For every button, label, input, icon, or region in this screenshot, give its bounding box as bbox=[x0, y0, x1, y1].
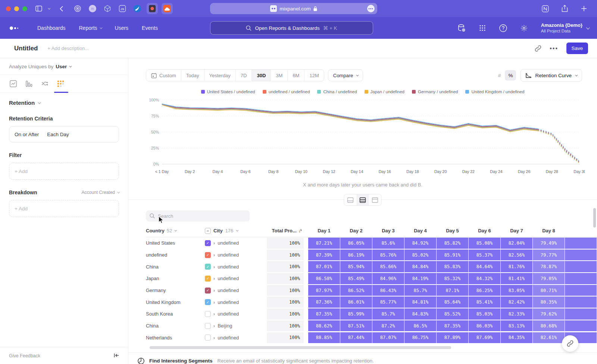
segments-footer-title[interactable]: Find Interesting Segments bbox=[149, 358, 213, 364]
more-options-icon[interactable]: ••• bbox=[550, 45, 558, 52]
sidebar-toggle-icon[interactable] bbox=[34, 4, 44, 13]
row-expander-icon[interactable]: › bbox=[213, 276, 215, 281]
table-search-input[interactable] bbox=[158, 213, 240, 219]
range-6m[interactable]: 6M bbox=[288, 70, 304, 81]
nav-item-dashboards[interactable]: Dashboards bbox=[37, 25, 66, 31]
legend-item[interactable]: undefined / undefined bbox=[263, 90, 310, 94]
unit-count-toggle[interactable]: # bbox=[494, 70, 505, 81]
nav-item-events[interactable]: Events bbox=[142, 25, 158, 31]
back-icon[interactable] bbox=[56, 4, 66, 13]
row-checkbox[interactable] bbox=[205, 335, 211, 341]
minimize-window-button[interactable] bbox=[14, 6, 19, 11]
range-3m[interactable]: 3M bbox=[271, 70, 288, 81]
column-header-city[interactable]: − City 176 bbox=[205, 228, 267, 234]
row-checkbox[interactable]: ✓ bbox=[205, 276, 211, 282]
add-description-button[interactable]: + Add description... bbox=[47, 46, 89, 51]
add-filter-button[interactable]: + Add bbox=[9, 163, 119, 180]
apps-grid-icon[interactable] bbox=[478, 23, 487, 33]
column-header-country[interactable]: Country 52 bbox=[146, 228, 205, 233]
row-expander-icon[interactable]: › bbox=[213, 252, 215, 258]
view-compact-icon[interactable] bbox=[344, 194, 357, 205]
copy-link-icon[interactable] bbox=[535, 45, 541, 52]
horizontal-scrollbar-thumb[interactable] bbox=[150, 346, 451, 349]
globe-icon[interactable] bbox=[132, 3, 143, 14]
day-column-header[interactable]: Day 3 bbox=[372, 228, 404, 233]
retention-criteria-card[interactable]: On or After Each Day bbox=[9, 126, 119, 142]
project-switcher[interactable]: Amazonia {Demo} All Project Data bbox=[540, 22, 589, 34]
target-icon[interactable] bbox=[72, 3, 83, 14]
legend-item[interactable]: United States / undefined bbox=[201, 90, 255, 94]
day-column-header[interactable]: Day 7 bbox=[501, 228, 532, 233]
tab-insights[interactable] bbox=[10, 75, 17, 92]
breakdown-scope-dropdown[interactable]: Account Created bbox=[82, 190, 119, 195]
table-search[interactable] bbox=[146, 210, 250, 222]
nav-item-reports[interactable]: Reports bbox=[79, 25, 101, 31]
js-icon[interactable]: JS bbox=[117, 3, 128, 14]
row-expander-icon[interactable]: › bbox=[213, 335, 215, 341]
global-search-button[interactable]: Open Reports & Dashboards ⌘ + K bbox=[210, 21, 373, 35]
unit-percent-toggle[interactable]: % bbox=[505, 70, 516, 81]
row-expander-icon[interactable]: › bbox=[213, 311, 215, 317]
tab-retention[interactable] bbox=[57, 75, 64, 92]
url-more-icon[interactable]: ••• bbox=[367, 5, 375, 12]
range-12m[interactable]: 12M bbox=[304, 70, 323, 81]
view-table-icon[interactable] bbox=[369, 194, 381, 205]
legend-item[interactable]: China / undefined bbox=[317, 90, 357, 94]
new-tab-icon[interactable] bbox=[579, 4, 589, 13]
range-today[interactable]: Today bbox=[181, 70, 204, 81]
row-checkbox[interactable]: ✓ bbox=[205, 264, 211, 270]
row-expander-icon[interactable]: › bbox=[213, 288, 215, 293]
criteria-condition[interactable]: On or After bbox=[15, 132, 39, 137]
row-checkbox[interactable] bbox=[205, 323, 211, 329]
analyze-value-dropdown[interactable]: User bbox=[56, 64, 67, 69]
row-expander-icon[interactable]: › bbox=[213, 240, 215, 246]
range-30d[interactable]: 30D bbox=[252, 70, 271, 81]
day-column-header[interactable]: Day 5 bbox=[437, 228, 468, 233]
share-icon[interactable] bbox=[560, 4, 569, 13]
share-link-fab[interactable] bbox=[562, 335, 578, 352]
row-checkbox[interactable]: ✓ bbox=[205, 240, 211, 246]
day-column-header[interactable]: Day 8 bbox=[533, 228, 565, 233]
soundcloud-icon[interactable] bbox=[162, 3, 173, 14]
day-column-header[interactable]: Day 6 bbox=[469, 228, 500, 233]
add-breakdown-button[interactable]: + Add bbox=[9, 200, 119, 217]
save-button[interactable]: Save bbox=[566, 43, 588, 54]
url-bar[interactable]: mixpanel.com ••• bbox=[210, 3, 377, 14]
tab-flows[interactable] bbox=[41, 75, 49, 92]
range-yesterday[interactable]: Yesterday bbox=[204, 70, 236, 81]
legend-item[interactable]: United Kingdom / undefined bbox=[465, 90, 524, 94]
retention-section-title[interactable]: Retention bbox=[9, 100, 35, 106]
chevron-down-icon[interactable] bbox=[46, 4, 51, 13]
view-split-icon[interactable] bbox=[357, 194, 369, 205]
give-feedback-link[interactable]: Give Feedback bbox=[9, 353, 40, 358]
criteria-value[interactable]: Each Day bbox=[47, 132, 69, 137]
day-column-header[interactable]: Day 1 bbox=[308, 228, 340, 233]
cube-icon[interactable] bbox=[102, 3, 113, 14]
legend-item[interactable]: Germany / undefined bbox=[412, 90, 458, 94]
settings-gear-icon[interactable] bbox=[519, 23, 529, 33]
report-title[interactable]: Untitled bbox=[14, 45, 38, 52]
day-column-header[interactable]: Day 2 bbox=[340, 228, 372, 233]
column-header-total[interactable]: Total Pro... ↓¹ bbox=[267, 228, 304, 233]
chart-type-dropdown[interactable]: Retention Curve bbox=[521, 69, 582, 82]
row-checkbox[interactable]: ✓ bbox=[205, 288, 211, 294]
tab-funnels[interactable] bbox=[25, 75, 32, 92]
help-icon[interactable] bbox=[498, 23, 508, 33]
reader-icon[interactable] bbox=[147, 3, 158, 14]
range-7d[interactable]: 7D bbox=[236, 70, 252, 81]
row-checkbox[interactable]: ✓ bbox=[205, 299, 211, 305]
legend-item[interactable]: Japan / undefined bbox=[365, 90, 404, 94]
data-management-icon[interactable] bbox=[457, 23, 466, 33]
close-window-button[interactable] bbox=[6, 6, 11, 11]
row-checkbox[interactable]: ✓ bbox=[205, 252, 211, 258]
range-custom[interactable]: Custom bbox=[146, 70, 181, 81]
day-column-header[interactable] bbox=[565, 228, 597, 233]
notion-extension-icon[interactable] bbox=[540, 4, 550, 13]
vertical-scrollbar-thumb[interactable] bbox=[593, 208, 596, 228]
mixpanel-logo[interactable] bbox=[10, 26, 22, 30]
row-expander-icon[interactable]: › bbox=[213, 299, 215, 305]
row-expander-icon[interactable]: › bbox=[213, 323, 215, 329]
select-all-checkbox[interactable]: − bbox=[205, 228, 211, 234]
nav-item-users[interactable]: Users bbox=[115, 25, 129, 31]
compare-button[interactable]: Compare bbox=[328, 69, 363, 81]
